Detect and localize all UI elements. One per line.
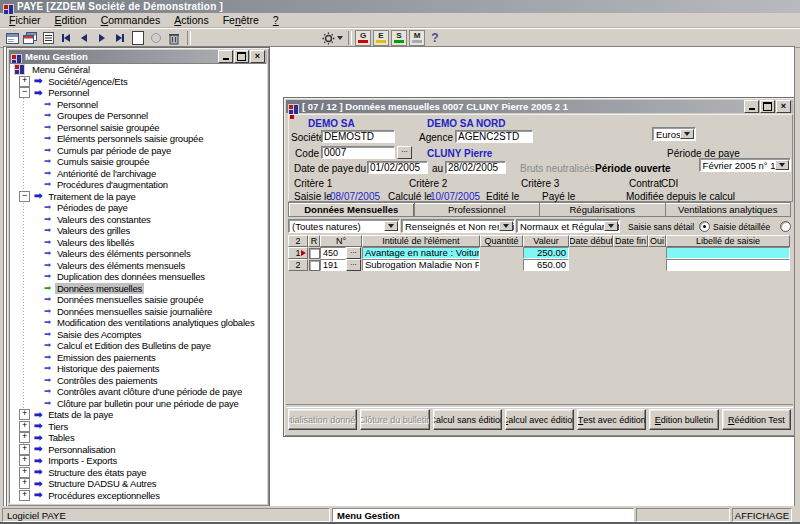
saisie-detaillee-radio[interactable] xyxy=(780,221,791,232)
oui-cell[interactable] xyxy=(648,259,666,271)
calcul-avec-dition-button[interactable]: Calcul avec édition xyxy=(505,409,574,430)
chevron-down-icon[interactable] xyxy=(775,160,789,170)
column-header-3[interactable]: Intitulé de l'élément xyxy=(362,235,480,247)
open-form-icon[interactable] xyxy=(22,30,38,46)
agence-input[interactable]: AGENC2STD xyxy=(455,130,533,143)
checkbox[interactable] xyxy=(309,248,320,259)
filter-dropdown-2[interactable]: Normaux et Régularisations xyxy=(516,219,620,233)
last-record-icon[interactable] xyxy=(112,30,128,46)
tree-item[interactable]: +➡Personnalisation xyxy=(10,444,266,456)
tree-item[interactable]: +➡Société/Agence/Ets xyxy=(10,76,266,88)
tree-item[interactable]: +➡Structure des états paye xyxy=(10,467,266,479)
oui-cell[interactable] xyxy=(648,247,666,259)
collapse-minus-icon[interactable]: − xyxy=(19,87,30,98)
tree-item[interactable]: ➡Valeurs des constantes xyxy=(10,214,266,226)
expand-plus-icon[interactable]: + xyxy=(19,76,30,87)
tree-item[interactable]: ➡Cumuls saisie groupée xyxy=(10,156,266,168)
row-select-cell[interactable] xyxy=(308,259,320,271)
minimize-button[interactable] xyxy=(744,100,759,113)
tree-item[interactable]: +➡Etats de la paye xyxy=(10,409,266,421)
row-select-cell[interactable] xyxy=(308,247,320,259)
tree-item[interactable]: ➡Valeurs des éléments personnels xyxy=(10,248,266,260)
maximize-button[interactable] xyxy=(760,100,775,113)
tree-item[interactable]: ➡Valeurs des libellés xyxy=(10,237,266,249)
tree-item[interactable]: ➡Calcul et Edition des Bulletins de paye xyxy=(10,340,266,352)
list-icon[interactable] xyxy=(40,30,56,46)
expand-plus-icon[interactable]: + xyxy=(19,444,30,455)
tree-item[interactable]: ➡Saisie des Acomptes xyxy=(10,329,266,341)
currency-select[interactable]: Euros xyxy=(652,127,696,141)
menu-item-fentre[interactable]: Fenêtre xyxy=(216,14,266,26)
r-dition-test-button[interactable]: Réédition Test xyxy=(722,409,791,430)
menu-item-commandes[interactable]: Commandes xyxy=(94,14,168,26)
menu-item-?[interactable]: ? xyxy=(266,14,286,26)
tree-item[interactable]: ➡Antériorité de l'archivage xyxy=(10,168,266,180)
element-browse-button[interactable] xyxy=(346,259,361,271)
row-number-cell[interactable]: 1 xyxy=(288,247,308,259)
column-header-0[interactable]: 2 xyxy=(288,235,308,247)
tree-item[interactable]: ➡Périodes de paye xyxy=(10,202,266,214)
date-debut-cell[interactable] xyxy=(569,247,613,259)
libelle-input[interactable] xyxy=(666,247,790,259)
chevron-down-icon[interactable] xyxy=(604,221,618,231)
close-button[interactable] xyxy=(776,100,791,113)
delete-record-icon[interactable] xyxy=(166,30,182,46)
tree-item[interactable]: ➡Valeurs des éléments mensuels xyxy=(10,260,266,272)
letter-icon-e[interactable]: E xyxy=(373,30,389,46)
column-header-1[interactable]: R xyxy=(308,235,320,247)
tree-item[interactable]: ➡Données mensuelles saisie groupée xyxy=(10,294,266,306)
tree-item[interactable]: +➡Procédures exceptionnelles xyxy=(10,490,266,502)
menu-item-edition[interactable]: Edition xyxy=(48,14,94,26)
letter-icon-g[interactable]: G xyxy=(355,30,371,46)
filter-dropdown-1[interactable]: Renseignés et Non renseignés xyxy=(401,219,515,233)
previous-record-icon[interactable] xyxy=(76,30,92,46)
date-debut-cell[interactable] xyxy=(569,259,613,271)
column-header-4[interactable]: Quantité xyxy=(480,235,523,247)
tree-item[interactable]: ➡Contrôles des paiements xyxy=(10,375,266,387)
tree-item[interactable]: ➡Personnel xyxy=(10,99,266,111)
tree-item[interactable]: ➡Contrôles avant clôture d'une période d… xyxy=(10,386,266,398)
column-header-5[interactable]: Valeur xyxy=(523,235,569,247)
tab-donn-es-mensuelles[interactable]: Données Mensuelles xyxy=(289,203,414,216)
letter-icon-m[interactable]: M xyxy=(409,30,425,46)
expand-plus-icon[interactable]: + xyxy=(19,490,30,501)
calcul-sans-dition-button[interactable]: Calcul sans édition xyxy=(433,409,502,430)
intitule-cell[interactable]: Subrogation Maladie Non Professionn xyxy=(362,259,480,271)
expand-plus-icon[interactable]: + xyxy=(19,421,30,432)
tree-item[interactable]: ➡Eléments personnels saisie groupée xyxy=(10,133,266,145)
edition-bulletin-button[interactable]: Edition bulletin xyxy=(649,409,718,430)
expand-plus-icon[interactable]: + xyxy=(19,432,30,443)
tree-item[interactable]: +➡Imports - Exports xyxy=(10,455,266,467)
tree-item[interactable]: ➡Modification des ventilations analytiqu… xyxy=(10,317,266,329)
date-fin-cell[interactable] xyxy=(613,259,648,271)
tree-item[interactable]: −➡Personnel xyxy=(10,87,266,99)
expand-plus-icon[interactable]: + xyxy=(19,467,30,478)
valeur-input[interactable]: 650.00 xyxy=(523,259,569,271)
chevron-down-icon[interactable] xyxy=(384,221,398,231)
valeur-cell[interactable]: 250.00 xyxy=(523,247,569,259)
libelle-input[interactable] xyxy=(666,259,790,271)
minimize-button[interactable] xyxy=(218,50,233,63)
expand-plus-icon[interactable]: + xyxy=(19,455,30,466)
tree-item[interactable]: ➡Cumuls par période de paye xyxy=(10,145,266,157)
maximize-button[interactable] xyxy=(234,50,249,63)
tree-item[interactable]: +➡Tables xyxy=(10,432,266,444)
date-to-input[interactable]: 28/02/2005 xyxy=(445,161,506,174)
chevron-down-icon[interactable] xyxy=(499,221,513,231)
row-number-cell[interactable]: 2 xyxy=(288,259,308,271)
libelle-cell[interactable] xyxy=(666,247,790,259)
tree-item[interactable]: ➡Personnel saisie groupée xyxy=(10,122,266,134)
tree-item[interactable]: ➡Groupes de Personnel xyxy=(10,110,266,122)
menu-item-actions[interactable]: Actions xyxy=(167,14,215,26)
valeur-input[interactable]: 250.00 xyxy=(523,247,569,259)
saisie-sans-detail-radio[interactable] xyxy=(699,221,710,232)
tree-item[interactable]: ➡Historique des paiements xyxy=(10,363,266,375)
first-record-icon[interactable] xyxy=(58,30,74,46)
societe-input[interactable]: DEMOSTD xyxy=(321,130,395,143)
quantite-cell[interactable] xyxy=(480,259,523,271)
code-browse-button[interactable] xyxy=(397,146,412,159)
code-input[interactable]: 0007 xyxy=(321,146,395,159)
tree-item[interactable]: ➡Données mensuelles xyxy=(10,283,266,295)
tab-r-gularisations[interactable]: Régularisations xyxy=(539,203,665,216)
libelle-cell[interactable] xyxy=(666,259,790,271)
